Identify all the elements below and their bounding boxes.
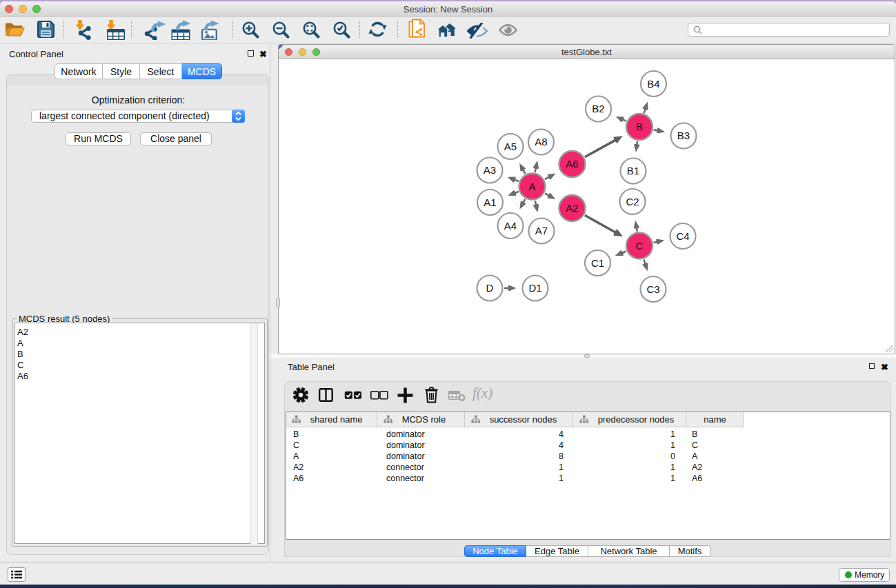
svg-text:C: C (636, 240, 644, 252)
svg-text:A8: A8 (535, 136, 547, 148)
svg-text:D: D (486, 282, 494, 294)
svg-text:A2: A2 (566, 202, 578, 214)
svg-text:B2: B2 (592, 103, 604, 114)
svg-text:C2: C2 (626, 196, 639, 207)
svg-text:A: A (528, 181, 535, 192)
svg-text:C4: C4 (676, 230, 689, 242)
svg-text:B: B (636, 121, 643, 132)
svg-text:B1: B1 (627, 165, 639, 176)
svg-text:C3: C3 (646, 283, 659, 295)
svg-text:D1: D1 (528, 282, 541, 294)
svg-text:A7: A7 (535, 225, 548, 236)
svg-text:A3: A3 (484, 164, 496, 176)
svg-text:A6: A6 (566, 158, 578, 170)
svg-text:C1: C1 (591, 257, 604, 269)
svg-text:B4: B4 (647, 78, 659, 90)
svg-text:A5: A5 (504, 141, 517, 152)
svg-text:B3: B3 (677, 130, 690, 141)
svg-text:A1: A1 (484, 196, 496, 208)
svg-text:A4: A4 (504, 220, 517, 232)
